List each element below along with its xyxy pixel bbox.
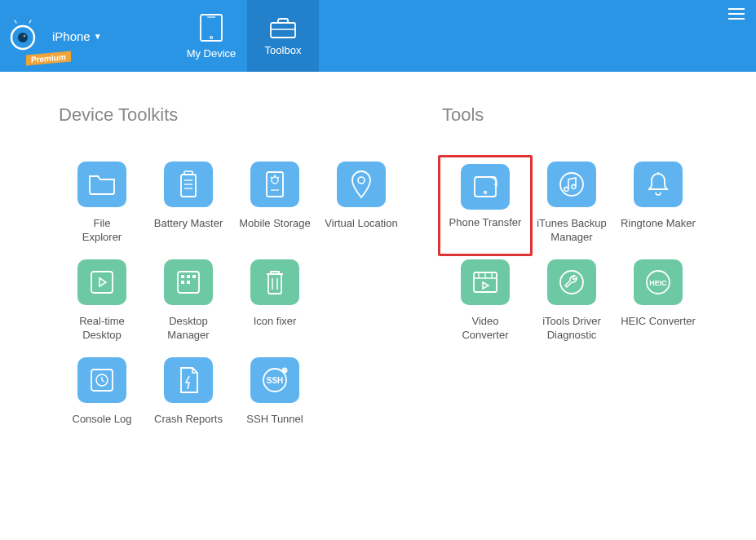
svg-text:HEIC: HEIC (649, 279, 667, 287)
heic-icon: HEIC (634, 259, 683, 305)
toolbox-icon (269, 16, 297, 39)
svg-rect-19 (181, 275, 184, 278)
tab-label: My Device (187, 47, 237, 60)
device-label: iPhone (52, 29, 91, 43)
section-tools: Tools Phone TransferiTunes BackupManager… (442, 104, 719, 452)
tool-itunes-backup-manager[interactable]: iTunes BackupManager (528, 158, 615, 256)
svg-rect-9 (181, 175, 196, 197)
chevron-down-icon: ▼ (94, 32, 102, 41)
tool-label: Icon fixer (254, 315, 297, 329)
menu-icon[interactable] (728, 8, 745, 20)
tab-toolbox[interactable]: Toolbox (247, 0, 319, 72)
tool-phone-transfer[interactable]: Phone Transfer (438, 155, 533, 256)
svg-point-14 (272, 177, 278, 184)
header: Premium iPhone ▼ My Device Toolbox (0, 0, 756, 72)
storage-icon (250, 162, 299, 207)
tool-label: Virtual Location (325, 217, 397, 231)
svg-text:SSH: SSH (267, 376, 284, 385)
tool-label: Console Log (73, 413, 132, 427)
svg-point-2 (24, 35, 26, 38)
svg-rect-20 (187, 275, 190, 278)
tool-ringtone-maker[interactable]: Ringtone Maker (615, 158, 701, 256)
folder-icon (77, 162, 126, 207)
transfer-icon (461, 164, 510, 210)
section-title: Device Toolkits (59, 104, 409, 126)
section-title: Tools (442, 104, 719, 126)
tool-label: Battery Master (154, 217, 223, 231)
svg-point-32 (484, 192, 487, 194)
tool-heic-converter[interactable]: HEICHEIC Converter (615, 256, 701, 354)
tool-virtual-location[interactable]: Virtual Location (318, 158, 405, 256)
logo-area: Premium iPhone ▼ (0, 20, 175, 52)
tool-video-converter[interactable]: VideoConverter (442, 256, 528, 354)
svg-point-33 (560, 173, 583, 196)
play-icon (77, 259, 126, 305)
tool-label: Crash Reports (154, 413, 223, 427)
tool-label: Phone Transfer (449, 216, 522, 230)
svg-rect-23 (187, 281, 190, 284)
clock-icon (77, 357, 126, 403)
wrench-icon (547, 259, 596, 305)
app-logo-icon: Premium (7, 20, 39, 52)
tool-label: Mobile Storage (239, 217, 310, 231)
tab-my-device[interactable]: My Device (175, 0, 247, 72)
tool-label: iTools DriverDiagnostic (542, 315, 601, 343)
itunes-icon (547, 162, 596, 207)
crash-icon (164, 357, 213, 403)
section-device-toolkits: Device Toolkits FileExplorerBattery Mast… (59, 104, 409, 452)
trash-icon (250, 259, 299, 305)
tool-label: HEIC Converter (621, 315, 696, 329)
svg-point-4 (210, 36, 213, 38)
device-toolkits-grid: FileExplorerBattery MasterMobile Storage… (59, 158, 409, 452)
tool-ssh-tunnel[interactable]: SSHSSH Tunnel (232, 354, 318, 452)
tool-battery-master[interactable]: Battery Master (145, 158, 232, 256)
tab-label: Toolbox (265, 44, 302, 56)
tool-label: VideoConverter (462, 315, 508, 343)
tool-file-explorer[interactable]: FileExplorer (59, 158, 145, 256)
premium-badge: Premium (26, 51, 71, 66)
battery-icon (164, 162, 213, 207)
tool-label: DesktopManager (167, 315, 209, 343)
svg-point-1 (18, 33, 28, 42)
tool-label: iTunes BackupManager (537, 217, 607, 245)
svg-rect-6 (271, 23, 295, 38)
tool-console-log[interactable]: Console Log (59, 354, 145, 452)
tool-icon-fixer[interactable]: Icon fixer (232, 256, 318, 354)
tool-crash-reports[interactable]: Crash Reports (145, 354, 232, 452)
tool-label: Ringtone Maker (621, 217, 696, 231)
svg-rect-22 (181, 281, 184, 284)
tool-label: Real-timeDesktop (79, 315, 125, 343)
nav-tabs: My Device Toolbox (175, 0, 319, 72)
location-icon (337, 162, 386, 207)
tool-mobile-storage[interactable]: Mobile Storage (232, 158, 318, 256)
svg-rect-21 (192, 275, 196, 278)
tool-real-time-desktop[interactable]: Real-timeDesktop (59, 256, 145, 354)
device-selector[interactable]: iPhone ▼ (52, 29, 102, 43)
svg-rect-3 (201, 15, 222, 41)
tool-desktop-manager[interactable]: DesktopManager (145, 256, 232, 354)
tool-itools-driver-diagnostic[interactable]: iTools DriverDiagnostic (528, 256, 615, 354)
grid-icon (164, 259, 213, 305)
bell-icon (634, 162, 683, 207)
tools-grid: Phone TransferiTunes BackupManagerRingto… (442, 158, 719, 354)
tool-label: SSH Tunnel (246, 413, 303, 427)
svg-rect-17 (91, 272, 113, 293)
tool-label: FileExplorer (82, 217, 122, 245)
tablet-icon (199, 13, 223, 42)
video-icon (461, 259, 510, 305)
svg-point-30 (282, 368, 288, 374)
ssh-icon: SSH (250, 357, 299, 403)
svg-point-16 (358, 177, 365, 184)
content: Device Toolkits FileExplorerBattery Mast… (0, 72, 756, 452)
